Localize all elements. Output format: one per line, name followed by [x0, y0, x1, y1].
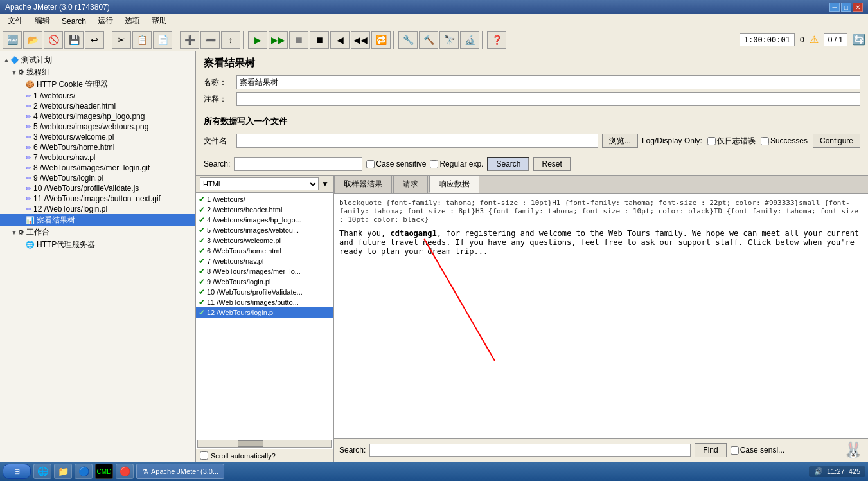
bottom-case-checkbox[interactable]: [731, 446, 739, 455]
toolbar-cut[interactable]: ✂: [112, 31, 131, 49]
tree-item-threadgroup[interactable]: ▼ ⚙ 线程组: [0, 66, 195, 78]
search-input[interactable]: [234, 157, 362, 171]
expand-testplan[interactable]: ▲: [3, 57, 10, 64]
tree-item-5[interactable]: ✏ 3 /webtours/welcome.pl: [0, 132, 195, 142]
tree-item-11[interactable]: ✏ 11 /WebTours/images/button_next.gif: [0, 194, 195, 204]
tree-item-10[interactable]: ✏ 10 /WebTours/profileValidate.js: [0, 183, 195, 194]
menu-search[interactable]: Search: [57, 15, 91, 27]
result-item-12[interactable]: ✔ 12 /WebTours/login.pl: [196, 307, 333, 318]
result-item-11[interactable]: ✔ 11 /WebTours/images/butto...: [196, 297, 333, 307]
bottom-case-check[interactable]: Case sensi...: [731, 446, 784, 455]
result-item-4[interactable]: ✔ 5 /webtours/images/webtou...: [196, 225, 333, 235]
toolbar-stop-all[interactable]: ⏹: [310, 31, 329, 49]
success-check[interactable]: Successes: [761, 136, 808, 145]
scroll-auto-label[interactable]: Scroll automatically?: [211, 452, 276, 460]
taskbar-cmd[interactable]: CMD: [95, 464, 113, 479]
tree-item-2[interactable]: ✏ 2 /webtours/header.html: [0, 101, 195, 111]
toolbar-revert[interactable]: ↩: [85, 31, 104, 49]
tree-item-testplan[interactable]: ▲ 🔷 测试计划: [0, 54, 195, 66]
tree-item-7[interactable]: ✏ 7 /webtours/nav.pl: [0, 152, 195, 163]
case-sensitive-checkbox[interactable]: [366, 160, 375, 168]
toolbar-new[interactable]: 🆕: [3, 31, 22, 49]
menu-run[interactable]: 运行: [93, 14, 118, 28]
toolbar-saveas[interactable]: 💾: [64, 31, 84, 49]
case-sensitive-check[interactable]: Case sensitive: [366, 159, 426, 168]
toolbar-clear-all[interactable]: ◀◀: [351, 31, 370, 49]
toolbar-remote-all[interactable]: 🔬: [460, 31, 479, 49]
tree-item-6[interactable]: ✏ 6 /WebTours/home.html: [0, 142, 195, 152]
tree-item-4[interactable]: ✏ 5 /webtours/images/webtours.png: [0, 122, 195, 132]
menu-file[interactable]: 文件: [3, 14, 28, 28]
expand-threadgroup[interactable]: ▼: [10, 69, 18, 76]
name-input[interactable]: [236, 75, 860, 89]
toolbar-remote[interactable]: 🔭: [439, 31, 459, 49]
result-item-10[interactable]: ✔ 10 /WebTours/profileValidate...: [196, 287, 333, 297]
tree-area[interactable]: ▲ 🔷 测试计划 ▼ ⚙ 线程组 🍪 HTTP Cookie 管理器: [0, 51, 195, 462]
toolbar-expand[interactable]: ➕: [180, 31, 199, 49]
regex-checkbox[interactable]: [430, 160, 438, 168]
toolbar-function[interactable]: 🔧: [398, 31, 418, 49]
configure-button[interactable]: Configure: [813, 134, 860, 148]
result-item-5[interactable]: ✔ 3 /webtours/welcome.pl: [196, 235, 333, 246]
result-item-3[interactable]: ✔ 4 /webtours/images/hp_logo...: [196, 215, 333, 225]
scroll-auto-checkbox[interactable]: [200, 451, 208, 460]
toolbar-copy[interactable]: 📋: [132, 31, 152, 49]
result-item-1[interactable]: ✔ 1 /webtours/: [196, 194, 333, 204]
hscroll-thumb[interactable]: [238, 440, 263, 447]
toolbar-save[interactable]: 🚫: [44, 31, 63, 49]
result-item-2[interactable]: ✔ 2 /webtours/header.html: [196, 204, 333, 215]
regex-check[interactable]: Regular exp.: [430, 159, 483, 168]
error-only-checkbox[interactable]: [707, 137, 716, 145]
taskbar-jmeter[interactable]: ⚗ Apache JMeter (3.0...: [136, 464, 224, 479]
menu-options[interactable]: 选项: [120, 14, 145, 28]
refresh-icon[interactable]: 🔄: [853, 33, 865, 46]
find-button[interactable]: Find: [695, 443, 726, 457]
taskbar-chrome[interactable]: 🔵: [75, 464, 93, 479]
tree-item-12[interactable]: ✏ 12 /WebTours/login.pl: [0, 204, 195, 214]
view-format-select[interactable]: HTML: [200, 177, 319, 190]
toolbar-play-all[interactable]: ▶▶: [269, 31, 288, 49]
taskbar-unknown[interactable]: 🔴: [116, 464, 134, 479]
start-button[interactable]: ⊞: [3, 464, 31, 479]
toolbar-open[interactable]: 📂: [23, 31, 42, 49]
result-item-7[interactable]: ✔ 7 /webtours/nav.pl: [196, 256, 333, 266]
browse-button[interactable]: 浏览...: [602, 134, 638, 148]
comment-input[interactable]: [236, 92, 860, 106]
bottom-search-input[interactable]: [369, 444, 691, 457]
tree-item-proxy[interactable]: 🌐 HTTP代理服务器: [0, 239, 195, 251]
filename-input[interactable]: [236, 134, 598, 148]
expand-workbench[interactable]: ▼: [10, 229, 18, 236]
tree-item-3[interactable]: ✏ 4 /webtours/images/hp_logo.png: [0, 111, 195, 122]
toolbar-help[interactable]: ❓: [487, 31, 506, 49]
tree-item-8[interactable]: ✏ 8 /WebTours/images/mer_login.gif: [0, 163, 195, 173]
maximize-button[interactable]: □: [841, 3, 851, 12]
tab-response-data[interactable]: 响应数据: [429, 176, 479, 193]
toolbar-reset-counters[interactable]: 🔁: [371, 31, 391, 49]
tab-request[interactable]: 请求: [393, 176, 428, 193]
toolbar-play[interactable]: ▶: [248, 31, 267, 49]
error-only-check[interactable]: 仅日志错误: [707, 136, 756, 147]
tree-item-workbench[interactable]: ▼ ⚙ 工作台: [0, 226, 195, 239]
menu-edit[interactable]: 编辑: [30, 14, 55, 28]
minimize-button[interactable]: ─: [829, 3, 840, 12]
result-item-6[interactable]: ✔ 6 /WebTours/home.html: [196, 246, 333, 256]
toolbar-toggle[interactable]: ↕: [221, 31, 240, 49]
toolbar-clear[interactable]: ◀: [330, 31, 350, 49]
tree-item-cookie[interactable]: 🍪 HTTP Cookie 管理器: [0, 78, 195, 91]
toolbar-collapse[interactable]: ➖: [200, 31, 220, 49]
success-checkbox[interactable]: [761, 137, 769, 145]
result-item-9[interactable]: ✔ 9 /WebTours/login.pl: [196, 277, 333, 287]
tree-item-9[interactable]: ✏ 9 /WebTours/login.pl: [0, 173, 195, 183]
reset-button[interactable]: Reset: [533, 157, 570, 171]
result-item-8[interactable]: ✔ 8 /WebTours/images/mer_lo...: [196, 266, 333, 277]
hscroll-bar[interactable]: [197, 440, 332, 448]
dropdown-icon[interactable]: ▼: [321, 179, 329, 188]
toolbar-stop[interactable]: ⏹: [289, 31, 308, 49]
tab-sampler-result[interactable]: 取样器结果: [334, 176, 392, 193]
tree-item-1[interactable]: ✏ 1 /webtours/: [0, 91, 195, 101]
taskbar-explorer[interactable]: 📁: [54, 464, 72, 479]
toolbar-template[interactable]: 🔨: [419, 31, 438, 49]
tree-item-resulttree[interactable]: 📊 察看结果树: [0, 214, 195, 226]
close-button[interactable]: ✕: [853, 3, 863, 12]
menu-help[interactable]: 帮助: [146, 14, 172, 28]
